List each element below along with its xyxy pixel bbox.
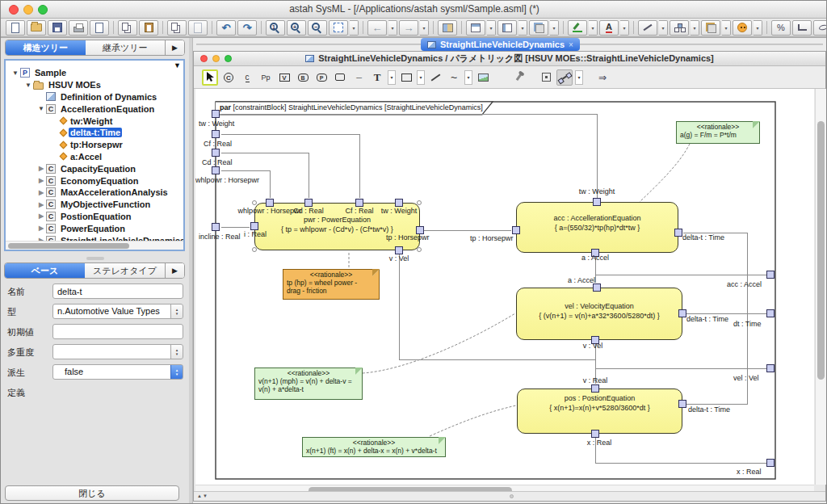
curve-tool-dropdown[interactable]: ▾ xyxy=(464,70,472,85)
nav-forward-button[interactable]: → xyxy=(399,20,418,36)
corner-line-button[interactable] xyxy=(792,20,812,36)
save-button[interactable] xyxy=(48,20,67,36)
font-color-button[interactable]: A xyxy=(599,20,619,36)
hierarchy-button[interactable] xyxy=(670,20,689,36)
collapse-icon[interactable]: ▶ xyxy=(36,201,46,208)
open-button[interactable] xyxy=(27,20,46,36)
multiplicity-stepper-icon[interactable]: ▴▾ xyxy=(170,344,183,359)
tab-inheritance-tree[interactable]: 継承ツリー xyxy=(86,40,166,55)
pen-color-button[interactable] xyxy=(568,20,587,36)
frame-horizontal-dropdown[interactable]: ▾ xyxy=(487,20,496,36)
line-style-button[interactable] xyxy=(638,20,657,36)
binding-tool[interactable]: ⇒ xyxy=(594,69,611,86)
tree-item-myobjectivefunction[interactable]: ▶ C MyObjectiveFunction xyxy=(6,199,183,211)
rationale-note-power[interactable]: <<rationale>> tp (hp) = wheel power - dr… xyxy=(283,269,380,300)
hierarchy-dropdown[interactable]: ▾ xyxy=(691,20,699,36)
frame-horizontal-button[interactable] xyxy=(466,20,485,36)
tree-item-tp-horsepwr[interactable]: tp:Horsepwr xyxy=(6,139,183,151)
connector-tool[interactable] xyxy=(556,69,573,86)
pos-port-v[interactable] xyxy=(591,384,599,393)
multiplicity-combobox[interactable]: ▴▾ xyxy=(52,344,183,359)
vertical-scrollbar-thumb[interactable] xyxy=(817,121,825,380)
tree-dropdown-icon[interactable]: ▼ xyxy=(174,61,181,69)
zoom-diagram-icon[interactable] xyxy=(225,55,232,62)
tree-item-accellerationequation[interactable]: ▼ C AccellerationEquation xyxy=(6,103,183,115)
rationale-note-accel[interactable]: <<rationale>> a(g) = F/m = P*t/m xyxy=(676,121,760,144)
type-combobox[interactable]: n.Automotive Value Types ▴▾ xyxy=(52,304,183,319)
acc-port-deltat[interactable] xyxy=(674,229,682,237)
statusbar-arrows-icon[interactable]: ▲▼ xyxy=(197,494,208,498)
stack-button[interactable] xyxy=(529,20,548,36)
property-tab-more-button[interactable]: ▶ xyxy=(165,263,184,278)
copy-button[interactable] xyxy=(118,20,137,36)
derived-combobox[interactable]: false ▴▾ xyxy=(52,364,183,380)
stack-dropdown[interactable]: ▾ xyxy=(550,20,559,36)
zoom-fit-button[interactable] xyxy=(329,20,348,36)
rect-tool-dropdown[interactable]: ▾ xyxy=(417,70,425,85)
acc-port-tp[interactable] xyxy=(512,226,520,234)
tree-item-delta-t-time[interactable]: delta-t:Time xyxy=(6,127,183,139)
constraint-property-tool[interactable]: c xyxy=(239,69,255,86)
tree-item-sample[interactable]: ▼ P Sample xyxy=(6,67,183,79)
canvas-vertical-scrollbar[interactable] xyxy=(815,89,826,485)
tree-item-a-accel[interactable]: a:Accel xyxy=(6,151,183,163)
tree-item-capacityequation[interactable]: ▶ C CapacityEquation xyxy=(6,162,183,174)
emoticon-button[interactable] xyxy=(733,20,752,36)
pos-port-deltat[interactable] xyxy=(678,400,686,408)
frame-vertical-button[interactable] xyxy=(497,20,517,36)
paste-button[interactable] xyxy=(139,20,158,36)
nav-back-dropdown[interactable]: ▾ xyxy=(388,20,397,36)
print-preview-button[interactable] xyxy=(90,20,109,36)
tab-close-icon[interactable]: × xyxy=(569,40,573,49)
note-tool[interactable] xyxy=(332,69,348,86)
undo-button[interactable]: ↶ xyxy=(216,20,236,36)
frame-port-cf[interactable] xyxy=(212,130,220,138)
anchor-tool[interactable]: ---- xyxy=(351,69,367,86)
frame-port-vel[interactable] xyxy=(766,364,775,372)
tree-item-tw-weight[interactable]: tw:Weight xyxy=(6,115,183,127)
pwr-port-v[interactable] xyxy=(395,246,403,254)
nav-forward-dropdown[interactable]: ▾ xyxy=(420,20,429,36)
curve-tool[interactable]: ~ xyxy=(446,69,462,86)
tree-tab-more-button[interactable]: ▶ xyxy=(165,40,184,55)
type-stepper-icon[interactable]: ▴▾ xyxy=(170,304,183,319)
vel-port-deltat[interactable] xyxy=(678,309,686,317)
print-button[interactable] xyxy=(69,20,88,36)
image-tool[interactable] xyxy=(475,69,491,86)
select-tool[interactable] xyxy=(202,69,218,86)
frame-port-x[interactable] xyxy=(766,459,775,467)
close-diagram-icon[interactable] xyxy=(200,55,208,62)
port-tool[interactable] xyxy=(538,69,554,86)
derived-stepper-icon[interactable]: ▴▾ xyxy=(170,364,183,380)
pin-tool[interactable] xyxy=(510,69,527,86)
block-tool[interactable]: B xyxy=(295,69,311,86)
connector-tool-dropdown[interactable]: ▾ xyxy=(575,70,583,85)
expand-icon[interactable]: ▼ xyxy=(10,69,20,77)
nav-back-button[interactable]: ← xyxy=(367,20,387,36)
frame-port-whlpowr[interactable] xyxy=(212,166,220,174)
divide-line-button[interactable]: % xyxy=(771,20,791,36)
frame-vertical-dropdown[interactable]: ▾ xyxy=(518,20,527,36)
alignment-button[interactable] xyxy=(701,20,720,36)
statusbar-grip-icon[interactable] xyxy=(510,494,514,498)
frame-port-acc[interactable] xyxy=(766,271,775,279)
text-tool-dropdown[interactable]: ▾ xyxy=(388,70,396,85)
duplicate-button[interactable] xyxy=(167,20,187,36)
selection-handle[interactable] xyxy=(252,247,257,252)
collapse-icon[interactable]: ▶ xyxy=(36,177,46,184)
new-file-button[interactable] xyxy=(6,20,25,36)
zoom-fit-dropdown[interactable]: ▾ xyxy=(350,20,359,36)
tree-item-hsuv-moes[interactable]: ▼ HSUV MOEs xyxy=(6,79,183,91)
pwr-port-cd[interactable] xyxy=(304,199,313,207)
tab-structure-tree[interactable]: 構造ツリー xyxy=(6,40,86,55)
text-tool[interactable]: T xyxy=(369,69,385,86)
close-panel-button[interactable]: 閉じる xyxy=(5,485,179,501)
frame-port-tw[interactable] xyxy=(212,110,220,118)
vel-port-a[interactable] xyxy=(593,284,601,292)
pwr-port-cf[interactable] xyxy=(355,199,363,207)
acc-port-tw[interactable] xyxy=(593,198,601,206)
expand-icon[interactable]: ▼ xyxy=(23,82,33,89)
zoom-window-icon[interactable] xyxy=(38,5,48,15)
selection-handle[interactable] xyxy=(252,200,257,205)
constraint-block-tool[interactable]: C xyxy=(220,69,237,86)
